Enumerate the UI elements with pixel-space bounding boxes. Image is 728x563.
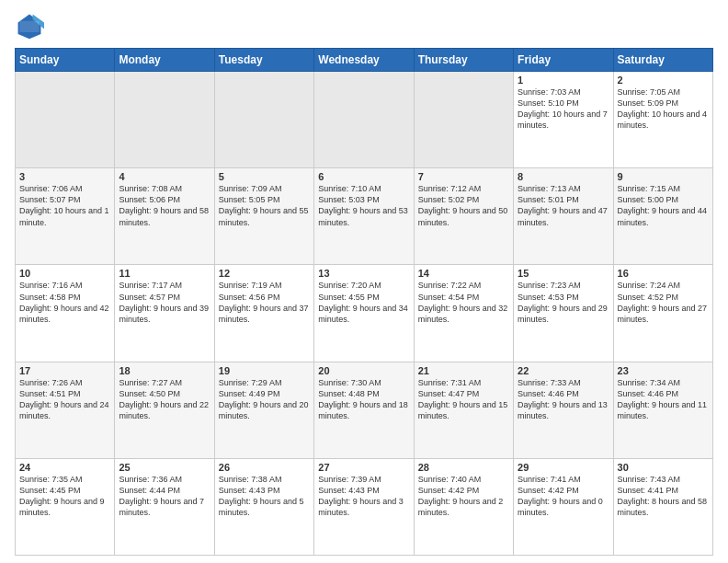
- calendar-cell: [414, 72, 513, 168]
- day-number: 21: [418, 365, 509, 376]
- day-number: 19: [219, 365, 310, 376]
- calendar-cell: 23Sunrise: 7:34 AM Sunset: 4:46 PM Dayli…: [613, 362, 712, 458]
- calendar-cell: 9Sunrise: 7:15 AM Sunset: 5:00 PM Daylig…: [613, 168, 712, 265]
- day-number: 22: [518, 365, 609, 376]
- day-number: 16: [618, 268, 709, 279]
- day-info: Sunrise: 7:27 AM Sunset: 4:50 PM Dayligh…: [119, 377, 210, 422]
- weekday-header: Thursday: [414, 49, 513, 72]
- day-info: Sunrise: 7:43 AM Sunset: 4:41 PM Dayligh…: [618, 474, 709, 519]
- day-info: Sunrise: 7:29 AM Sunset: 4:49 PM Dayligh…: [219, 377, 310, 422]
- day-info: Sunrise: 7:05 AM Sunset: 5:09 PM Dayligh…: [618, 86, 709, 132]
- day-number: 28: [418, 462, 509, 473]
- day-info: Sunrise: 7:38 AM Sunset: 4:43 PM Dayligh…: [219, 474, 310, 519]
- day-info: Sunrise: 7:06 AM Sunset: 5:07 PM Dayligh…: [19, 183, 110, 228]
- day-number: 12: [219, 268, 310, 279]
- calendar-cell: 26Sunrise: 7:38 AM Sunset: 4:43 PM Dayli…: [214, 458, 313, 555]
- day-number: 26: [219, 462, 310, 473]
- day-number: 18: [119, 365, 210, 376]
- day-number: 1: [518, 75, 609, 86]
- calendar-cell: [214, 72, 313, 168]
- logo-icon: [15, 11, 44, 40]
- calendar-row: 10Sunrise: 7:16 AM Sunset: 4:58 PM Dayli…: [16, 265, 713, 362]
- calendar-cell: 21Sunrise: 7:31 AM Sunset: 4:47 PM Dayli…: [414, 362, 513, 458]
- calendar-cell: 8Sunrise: 7:13 AM Sunset: 5:01 PM Daylig…: [514, 168, 613, 265]
- calendar-cell: 5Sunrise: 7:09 AM Sunset: 5:05 PM Daylig…: [214, 168, 313, 265]
- calendar-cell: 22Sunrise: 7:33 AM Sunset: 4:46 PM Dayli…: [514, 362, 613, 458]
- calendar-cell: 20Sunrise: 7:30 AM Sunset: 4:48 PM Dayli…: [314, 362, 414, 458]
- calendar-table: SundayMondayTuesdayWednesdayThursdayFrid…: [15, 48, 713, 556]
- weekday-header: Monday: [115, 49, 214, 72]
- calendar-cell: 1Sunrise: 7:03 AM Sunset: 5:10 PM Daylig…: [514, 72, 613, 168]
- svg-rect-2: [19, 21, 39, 32]
- day-info: Sunrise: 7:22 AM Sunset: 4:54 PM Dayligh…: [418, 280, 509, 325]
- page: SundayMondayTuesdayWednesdayThursdayFrid…: [0, 0, 728, 563]
- calendar-cell: 13Sunrise: 7:20 AM Sunset: 4:55 PM Dayli…: [314, 265, 414, 362]
- day-info: Sunrise: 7:03 AM Sunset: 5:10 PM Dayligh…: [518, 86, 609, 132]
- day-info: Sunrise: 7:13 AM Sunset: 5:01 PM Dayligh…: [518, 183, 609, 228]
- calendar-cell: 12Sunrise: 7:19 AM Sunset: 4:56 PM Dayli…: [214, 265, 313, 362]
- calendar-cell: [314, 72, 414, 168]
- day-number: 8: [518, 171, 609, 182]
- weekday-header: Wednesday: [314, 49, 414, 72]
- day-info: Sunrise: 7:10 AM Sunset: 5:03 PM Dayligh…: [318, 183, 409, 228]
- day-info: Sunrise: 7:12 AM Sunset: 5:02 PM Dayligh…: [418, 183, 509, 228]
- calendar-cell: 11Sunrise: 7:17 AM Sunset: 4:57 PM Dayli…: [115, 265, 214, 362]
- day-number: 30: [618, 462, 709, 473]
- calendar-header-row: SundayMondayTuesdayWednesdayThursdayFrid…: [16, 49, 713, 72]
- day-number: 27: [318, 462, 409, 473]
- day-info: Sunrise: 7:20 AM Sunset: 4:55 PM Dayligh…: [318, 280, 409, 325]
- day-info: Sunrise: 7:39 AM Sunset: 4:43 PM Dayligh…: [318, 474, 409, 519]
- day-number: 14: [418, 268, 509, 279]
- day-info: Sunrise: 7:34 AM Sunset: 4:46 PM Dayligh…: [618, 377, 709, 422]
- calendar-cell: 19Sunrise: 7:29 AM Sunset: 4:49 PM Dayli…: [214, 362, 313, 458]
- day-info: Sunrise: 7:17 AM Sunset: 4:57 PM Dayligh…: [119, 280, 210, 325]
- day-number: 4: [119, 171, 210, 182]
- day-info: Sunrise: 7:35 AM Sunset: 4:45 PM Dayligh…: [19, 474, 110, 519]
- day-number: 5: [219, 171, 310, 182]
- day-info: Sunrise: 7:16 AM Sunset: 4:58 PM Dayligh…: [19, 280, 110, 325]
- calendar-cell: 27Sunrise: 7:39 AM Sunset: 4:43 PM Dayli…: [314, 458, 414, 555]
- day-info: Sunrise: 7:24 AM Sunset: 4:52 PM Dayligh…: [618, 280, 709, 325]
- day-info: Sunrise: 7:08 AM Sunset: 5:06 PM Dayligh…: [119, 183, 210, 228]
- calendar-cell: 18Sunrise: 7:27 AM Sunset: 4:50 PM Dayli…: [115, 362, 214, 458]
- calendar-cell: 4Sunrise: 7:08 AM Sunset: 5:06 PM Daylig…: [115, 168, 214, 265]
- day-number: 6: [318, 171, 409, 182]
- calendar-cell: [16, 72, 115, 168]
- day-number: 11: [119, 268, 210, 279]
- calendar-cell: 7Sunrise: 7:12 AM Sunset: 5:02 PM Daylig…: [414, 168, 513, 265]
- calendar-cell: 3Sunrise: 7:06 AM Sunset: 5:07 PM Daylig…: [16, 168, 115, 265]
- calendar-cell: 29Sunrise: 7:41 AM Sunset: 4:42 PM Dayli…: [514, 458, 613, 555]
- day-number: 29: [518, 462, 609, 473]
- header: [15, 11, 713, 40]
- day-number: 3: [19, 171, 110, 182]
- day-info: Sunrise: 7:09 AM Sunset: 5:05 PM Dayligh…: [219, 183, 310, 228]
- weekday-header: Tuesday: [214, 49, 313, 72]
- calendar-cell: 15Sunrise: 7:23 AM Sunset: 4:53 PM Dayli…: [514, 265, 613, 362]
- calendar-row: 24Sunrise: 7:35 AM Sunset: 4:45 PM Dayli…: [16, 458, 713, 555]
- day-info: Sunrise: 7:23 AM Sunset: 4:53 PM Dayligh…: [518, 280, 609, 325]
- day-info: Sunrise: 7:26 AM Sunset: 4:51 PM Dayligh…: [19, 377, 110, 422]
- day-number: 17: [19, 365, 110, 376]
- day-number: 13: [318, 268, 409, 279]
- weekday-header: Saturday: [613, 49, 712, 72]
- day-number: 24: [19, 462, 110, 473]
- calendar-cell: [115, 72, 214, 168]
- day-number: 25: [119, 462, 210, 473]
- calendar-cell: 2Sunrise: 7:05 AM Sunset: 5:09 PM Daylig…: [613, 72, 712, 168]
- weekday-header: Sunday: [16, 49, 115, 72]
- day-info: Sunrise: 7:40 AM Sunset: 4:42 PM Dayligh…: [418, 474, 509, 519]
- logo: [15, 11, 48, 40]
- day-number: 10: [19, 268, 110, 279]
- calendar-row: 1Sunrise: 7:03 AM Sunset: 5:10 PM Daylig…: [16, 72, 713, 168]
- day-info: Sunrise: 7:41 AM Sunset: 4:42 PM Dayligh…: [518, 474, 609, 519]
- calendar-cell: 28Sunrise: 7:40 AM Sunset: 4:42 PM Dayli…: [414, 458, 513, 555]
- calendar-cell: 25Sunrise: 7:36 AM Sunset: 4:44 PM Dayli…: [115, 458, 214, 555]
- day-number: 23: [618, 365, 709, 376]
- day-number: 2: [618, 75, 709, 86]
- calendar-cell: 14Sunrise: 7:22 AM Sunset: 4:54 PM Dayli…: [414, 265, 513, 362]
- day-number: 20: [318, 365, 409, 376]
- calendar-cell: 30Sunrise: 7:43 AM Sunset: 4:41 PM Dayli…: [613, 458, 712, 555]
- calendar-row: 17Sunrise: 7:26 AM Sunset: 4:51 PM Dayli…: [16, 362, 713, 458]
- day-number: 7: [418, 171, 509, 182]
- day-info: Sunrise: 7:31 AM Sunset: 4:47 PM Dayligh…: [418, 377, 509, 422]
